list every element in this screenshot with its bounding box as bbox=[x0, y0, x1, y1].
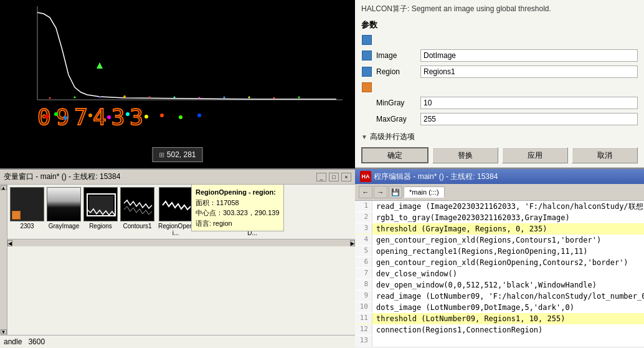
code-content[interactable]: 1 read_image (Image20230321162033, 'F:/h… bbox=[355, 201, 644, 347]
param-row-mingray: MinGray bbox=[361, 97, 638, 109]
main-tab[interactable]: *main (:::) bbox=[404, 186, 445, 198]
window-controls[interactable]: _ □ × bbox=[316, 173, 351, 181]
hscroll-left[interactable]: ◀ bbox=[7, 240, 12, 246]
replace-button[interactable]: 替换 bbox=[432, 147, 498, 163]
coords-text: 502, 281 bbox=[167, 150, 196, 159]
list-item[interactable]: GrayImage bbox=[47, 187, 81, 230]
line-num-2: 2 bbox=[355, 212, 372, 223]
minimize-button[interactable]: _ bbox=[316, 173, 326, 181]
param-row-region: Region bbox=[361, 65, 638, 78]
code-line-13: 13 bbox=[355, 336, 644, 347]
param-input-region[interactable] bbox=[420, 65, 638, 78]
halcon-logo: HA bbox=[360, 171, 371, 182]
param-icon-mingray bbox=[361, 97, 372, 109]
restore-button[interactable]: □ bbox=[329, 173, 339, 181]
svg-point-16 bbox=[45, 115, 49, 118]
advanced-section[interactable]: ▼ 高级并行选项 bbox=[361, 129, 638, 145]
list-item[interactable]: Contours1 bbox=[120, 187, 154, 230]
line-num-4: 4 bbox=[355, 234, 372, 245]
param-row-icon2 bbox=[361, 82, 638, 93]
window-title: 变量窗口 - main* () - 主线程: 15384 bbox=[4, 172, 120, 182]
apply-button[interactable]: 应用 bbox=[502, 147, 568, 163]
line-content-11: threshold (LotNumber09, Regions1, 10, 25… bbox=[372, 313, 565, 324]
param-icon-2 bbox=[361, 82, 372, 93]
back-button[interactable]: ← bbox=[359, 186, 372, 198]
param-label-region: Region bbox=[376, 67, 417, 76]
svg-point-22 bbox=[144, 115, 148, 118]
param-label-maxgray: MaxGray bbox=[376, 115, 417, 123]
param-row-icon1 bbox=[361, 34, 638, 46]
left-panel: 097433 ⊞ 502, 281 变量窗口 - main* () - 主线程:… bbox=[0, 0, 355, 348]
code-toolbar: ← → 💾 *main (:::) bbox=[355, 184, 644, 201]
line-num-6: 6 bbox=[355, 257, 372, 268]
close-button[interactable]: × bbox=[341, 173, 351, 181]
cancel-button[interactable]: 取消 bbox=[572, 147, 638, 163]
thumb-label-2303: 2303 bbox=[20, 223, 34, 230]
param-label-mingray: MinGray bbox=[376, 99, 417, 107]
variable-bar: andle 3600 bbox=[0, 335, 355, 348]
svg-point-23 bbox=[160, 114, 164, 117]
code-editor-title: 程序编辑器 - main* () - 主线程: 15384 bbox=[374, 172, 498, 182]
param-input-mingray[interactable] bbox=[420, 97, 638, 109]
thumb-image-regionopening bbox=[159, 187, 193, 221]
code-line-4: 4 gen_contour_region_xld(Regions,Contour… bbox=[355, 234, 644, 246]
svg-point-18 bbox=[64, 116, 67, 120]
code-line-5: 5 opening_rectangle1(Regions,RegionOpeni… bbox=[355, 246, 644, 257]
list-item[interactable]: RegionOpeni... RegionOpening - region: 面… bbox=[157, 187, 194, 236]
variable-name: andle bbox=[4, 337, 22, 346]
line-content-1: read_image (Image20230321162033, 'F:/hal… bbox=[372, 201, 644, 212]
thumb-label-contours1: Contours1 bbox=[123, 223, 151, 230]
code-line-2: 2 rgb1_to_gray(Image20230321162033,GrayI… bbox=[355, 212, 644, 223]
param-input-maxgray[interactable] bbox=[420, 113, 638, 125]
line-content-6: gen_contour_region_xld(RegionOpening,Con… bbox=[372, 257, 628, 268]
line-content-12: connection(Regions1,ConnectionRegion) bbox=[372, 324, 542, 336]
param-icon-maxgray bbox=[361, 114, 372, 125]
variable-value: 3600 bbox=[28, 337, 45, 346]
param-icon-region bbox=[361, 66, 372, 77]
confirm-button[interactable]: 确定 bbox=[361, 147, 429, 163]
left-scrollbar[interactable]: ▲ ▼ bbox=[0, 185, 7, 335]
spacer-icon-mingray bbox=[362, 98, 372, 108]
dot-numbers-display: 097433 bbox=[0, 90, 355, 134]
line-content-10: dots_image (LotNumber09,DotImage,5,'dark… bbox=[372, 302, 574, 313]
hscroll-right[interactable]: ▶ bbox=[350, 240, 355, 246]
thumb-icon-orange bbox=[12, 211, 21, 220]
thumb-label-grayimage: GrayImage bbox=[49, 223, 79, 230]
line-num-5: 5 bbox=[355, 246, 372, 256]
save-button[interactable]: 💾 bbox=[389, 186, 402, 198]
tooltip-title: RegionOpening - region: bbox=[196, 187, 280, 198]
blue-icon-1 bbox=[362, 35, 372, 45]
line-content-5: opening_rectangle1(Regions,RegionOpening… bbox=[372, 246, 588, 257]
code-line-8: 8 dev_open_window(0,0,512,512,'black',Wi… bbox=[355, 279, 644, 291]
thumbnail-tooltip: RegionOpening - region: 面积：117058 中心点：30… bbox=[191, 185, 284, 231]
line-num-9: 9 bbox=[355, 291, 372, 301]
svg-point-19 bbox=[88, 114, 92, 117]
spacer-icon-maxgray bbox=[362, 114, 372, 124]
line-num-11: 11 bbox=[355, 313, 372, 324]
line-content-4: gen_contour_region_xld(Regions,Contours1… bbox=[372, 234, 601, 246]
thumbnails-container: 2303 GrayImage bbox=[7, 185, 355, 335]
list-item[interactable]: Regions bbox=[83, 187, 118, 230]
hscroll-track bbox=[12, 240, 350, 246]
thumbnail-area: ▲ ▼ 2303 GrayImage bbox=[0, 185, 355, 335]
orange-icon-1 bbox=[362, 82, 372, 92]
svg-point-25 bbox=[197, 114, 201, 117]
blue-icon-image bbox=[362, 51, 372, 60]
line-content-8: dev_open_window(0,0,512,512,'black',Wind… bbox=[372, 279, 597, 291]
code-line-1: 1 read_image (Image20230321162033, 'F:/h… bbox=[355, 201, 644, 212]
list-item[interactable]: 2303 bbox=[10, 187, 44, 230]
forward-button[interactable]: → bbox=[374, 186, 387, 198]
code-editor: HA 程序编辑器 - main* () - 主线程: 15384 ← → 💾 *… bbox=[355, 168, 644, 348]
thumbnail-strip: 2303 GrayImage bbox=[7, 185, 355, 239]
scroll-track bbox=[1, 190, 7, 329]
line-content-7: dev_close_window() bbox=[372, 268, 457, 279]
param-input-image[interactable] bbox=[420, 49, 638, 62]
scroll-down-arrow[interactable]: ▼ bbox=[1, 329, 7, 334]
thumb-label-regions: Regions bbox=[89, 223, 112, 230]
code-line-10: 10 dots_image (LotNumber09,DotImage,5,'d… bbox=[355, 302, 644, 313]
horizontal-scrollbar[interactable]: ◀ ▶ bbox=[7, 239, 355, 246]
scroll-up-arrow[interactable]: ▲ bbox=[1, 185, 7, 190]
line-num-10: 10 bbox=[355, 302, 372, 312]
image-canvas: 097433 ⊞ 502, 281 bbox=[0, 0, 355, 168]
blue-icon-region bbox=[362, 67, 372, 77]
